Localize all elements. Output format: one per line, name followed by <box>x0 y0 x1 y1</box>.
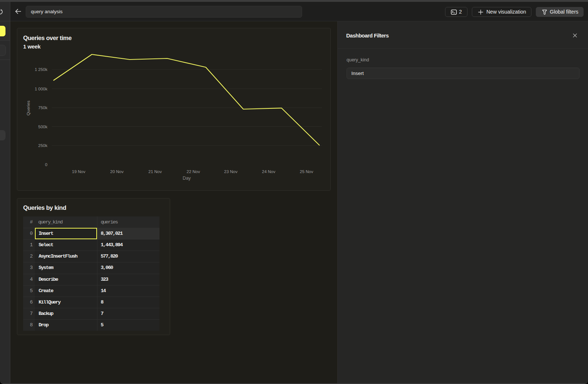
svg-text:21 Nov: 21 Nov <box>148 169 162 174</box>
svg-text:0: 0 <box>45 162 47 167</box>
svg-text:1 000k: 1 000k <box>35 87 47 91</box>
svg-text:19 Nov: 19 Nov <box>72 169 86 174</box>
svg-text:22 Nov: 22 Nov <box>187 169 200 174</box>
svg-text:24 Nov: 24 Nov <box>262 169 276 174</box>
svg-text:250k: 250k <box>38 143 47 148</box>
svg-text:750k: 750k <box>38 105 47 110</box>
svg-text:Queries: Queries <box>26 101 31 116</box>
svg-text:1 250k: 1 250k <box>35 67 47 72</box>
svg-text:25 Nov: 25 Nov <box>300 169 313 174</box>
svg-text:500k: 500k <box>38 125 47 129</box>
svg-text:Day: Day <box>183 176 191 181</box>
svg-text:23 Nov: 23 Nov <box>224 169 238 174</box>
svg-text:20 Nov: 20 Nov <box>110 169 124 174</box>
